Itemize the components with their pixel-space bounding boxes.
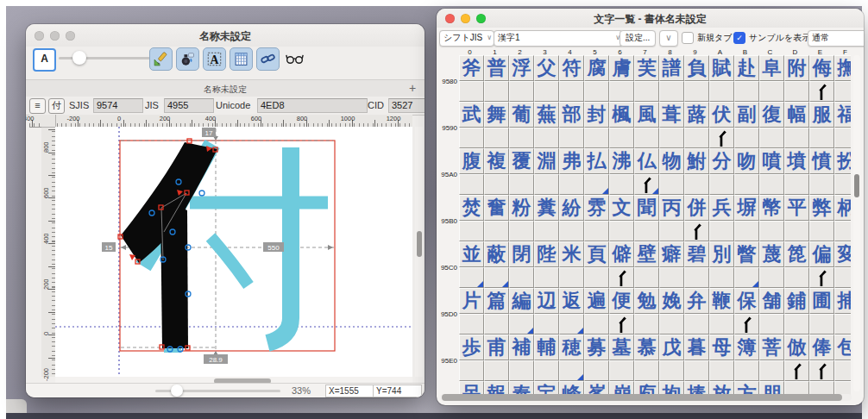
- glyph-cell[interactable]: 芙: [634, 55, 659, 81]
- sample-cell[interactable]: [584, 314, 609, 335]
- glyph-cell[interactable]: 朋: [759, 381, 784, 395]
- glyph-cell[interactable]: 慕: [634, 335, 659, 360]
- glyph-cell[interactable]: 返: [559, 288, 584, 314]
- sample-cell[interactable]: [509, 314, 534, 335]
- glyph-cell[interactable]: 仏: [634, 148, 659, 174]
- sample-cell[interactable]: [734, 221, 759, 241]
- glyph-cell[interactable]: 別: [709, 241, 734, 267]
- sample-cell[interactable]: [684, 221, 709, 241]
- sample-cell[interactable]: [759, 221, 784, 241]
- grid-hscroll-thumb[interactable]: [442, 394, 842, 401]
- glyph-cell[interactable]: 庖: [634, 381, 659, 395]
- sample-cell[interactable]: [709, 267, 734, 288]
- sample-cell[interactable]: [684, 128, 709, 148]
- glyph-cell[interactable]: 包: [834, 335, 851, 360]
- sample-cell[interactable]: [509, 360, 534, 381]
- sample-cell[interactable]: [459, 221, 484, 241]
- sample-cell[interactable]: [784, 221, 809, 241]
- sample-cell[interactable]: [484, 81, 509, 102]
- sample-cell[interactable]: [484, 174, 509, 195]
- settings-dropdown-button[interactable]: ∨: [659, 30, 678, 47]
- sample-cell[interactable]: [734, 81, 759, 102]
- sample-cell[interactable]: [684, 360, 709, 381]
- sample-cell[interactable]: [759, 360, 784, 381]
- glyph-cell[interactable]: 蕪: [534, 102, 559, 128]
- sample-cell[interactable]: [459, 174, 484, 195]
- tab-glyph-name[interactable]: 名称未設定: [26, 84, 425, 96]
- sample-cell[interactable]: [759, 314, 784, 335]
- sample-cell[interactable]: [809, 174, 834, 195]
- glyph-cell[interactable]: 吻: [734, 148, 759, 174]
- glyph-cell[interactable]: 父: [534, 55, 559, 81]
- sample-cell[interactable]: [559, 81, 584, 102]
- glyph-cell[interactable]: 方: [734, 381, 759, 395]
- glyph-cell[interactable]: 払: [584, 148, 609, 174]
- glyph-cell[interactable]: 蕗: [684, 102, 709, 128]
- sample-cell[interactable]: [709, 174, 734, 195]
- sample-cell[interactable]: [684, 267, 709, 288]
- text-size-button[interactable]: A: [33, 48, 56, 72]
- sample-cell[interactable]: [459, 81, 484, 102]
- glyph-cell[interactable]: 簿: [734, 335, 759, 360]
- sample-cell[interactable]: [759, 128, 784, 148]
- glyph-cell[interactable]: 篇: [484, 288, 509, 314]
- sample-cell[interactable]: [609, 81, 634, 102]
- glyph-cell[interactable]: 米: [559, 241, 584, 267]
- glyph-cell[interactable]: 聞: [634, 195, 659, 221]
- sample-cell[interactable]: [459, 128, 484, 148]
- sample-cell[interactable]: [759, 267, 784, 288]
- glyph-cell[interactable]: 蔑: [759, 241, 784, 267]
- glyph-cell[interactable]: 分: [709, 148, 734, 174]
- sample-cell[interactable]: [609, 128, 634, 148]
- glyph-cell[interactable]: 箆: [784, 241, 809, 267]
- glyph-cell[interactable]: 平: [784, 195, 809, 221]
- glyph-cell[interactable]: 碧: [684, 241, 709, 267]
- glyph-cell[interactable]: 腹: [459, 148, 484, 174]
- sample-cell[interactable]: [634, 81, 659, 102]
- glyph-cell[interactable]: 伏: [709, 102, 734, 128]
- drawn-stroke[interactable]: [121, 142, 217, 348]
- glyph-cell[interactable]: [784, 381, 809, 395]
- sample-cell[interactable]: [684, 81, 709, 102]
- glyph-cell[interactable]: 僻: [609, 241, 634, 267]
- glyph-cell[interactable]: 舗: [759, 288, 784, 314]
- glyph-cell[interactable]: 奮: [484, 195, 509, 221]
- glyph-cell[interactable]: 俸: [809, 335, 834, 360]
- sample-cell[interactable]: [709, 81, 734, 102]
- table-tool-button[interactable]: [230, 47, 253, 71]
- unicode-value-field[interactable]: 4ED8: [257, 98, 368, 113]
- sample-cell[interactable]: [834, 360, 851, 381]
- glyph-cell[interactable]: 蔽: [484, 241, 509, 267]
- glyph-cell[interactable]: 募: [584, 335, 609, 360]
- glyph-cell[interactable]: 楓: [609, 102, 634, 128]
- glyph-cell[interactable]: 部: [559, 102, 584, 128]
- glyph-cell[interactable]: 浮: [509, 55, 534, 81]
- glyph-cell[interactable]: 糞: [534, 195, 559, 221]
- glyph-cell[interactable]: 癖: [659, 241, 684, 267]
- glyph-cell[interactable]: 母: [709, 335, 734, 360]
- glyph-cell[interactable]: 鞭: [709, 288, 734, 314]
- sample-cell[interactable]: [659, 81, 684, 102]
- glyph-cell[interactable]: 暮: [684, 335, 709, 360]
- glyph-cell[interactable]: 鋪: [784, 288, 809, 314]
- glyph-cell[interactable]: 歩: [459, 335, 484, 360]
- glyph-cell[interactable]: [809, 381, 834, 395]
- glyph-canvas[interactable]: 17 15 550 28.9: [55, 127, 412, 377]
- sample-cell[interactable]: [509, 81, 534, 102]
- glyph-cell[interactable]: 焚: [459, 195, 484, 221]
- canvas-vscroll-thumb[interactable]: [417, 231, 422, 257]
- glyph-cell[interactable]: 変: [834, 241, 851, 267]
- checkbox-checked-icon[interactable]: ✓: [733, 32, 745, 44]
- sample-cell[interactable]: [509, 267, 534, 288]
- ink-tool-button[interactable]: [176, 47, 199, 71]
- sample-cell[interactable]: [734, 360, 759, 381]
- glyph-cell[interactable]: 物: [659, 148, 684, 174]
- sample-cell[interactable]: [634, 314, 659, 335]
- glyph-cell[interactable]: 葡: [509, 102, 534, 128]
- glyph-cell[interactable]: 弗: [559, 148, 584, 174]
- sample-cell[interactable]: [659, 314, 684, 335]
- grid-vertical-scrollbar[interactable]: [853, 55, 860, 391]
- glyph-cell[interactable]: 符: [559, 55, 584, 81]
- sample-cell[interactable]: [484, 314, 509, 335]
- sample-cell[interactable]: [634, 267, 659, 288]
